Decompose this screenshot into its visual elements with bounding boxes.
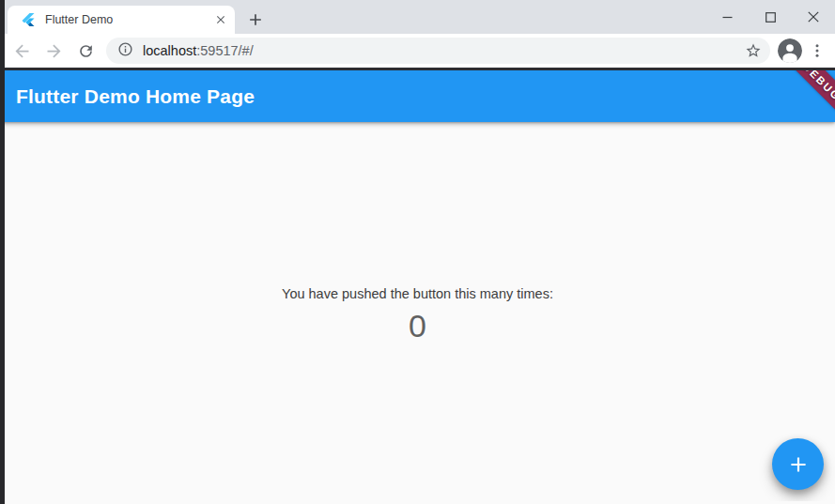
flutter-favicon-icon <box>21 12 36 27</box>
url-text[interactable]: localhost:59517/#/ <box>143 43 254 58</box>
window-minimize-button[interactable] <box>705 0 749 34</box>
profile-avatar-icon <box>778 38 802 63</box>
browser-tab-flutter-demo[interactable]: Flutter Demo <box>8 6 235 34</box>
window-close-button[interactable] <box>792 0 835 34</box>
forward-button[interactable] <box>39 36 69 66</box>
back-button[interactable] <box>7 36 37 66</box>
bookmark-star-icon[interactable] <box>740 38 766 64</box>
plus-icon <box>786 452 811 477</box>
address-bar[interactable]: localhost:59517/#/ <box>106 38 770 64</box>
refresh-icon <box>77 42 95 60</box>
window-maximize-button[interactable] <box>749 0 792 34</box>
window-edge-strip <box>0 0 5 504</box>
profile-avatar-button[interactable] <box>775 36 805 66</box>
window-controls <box>705 0 835 34</box>
flutter-appbar: Flutter Demo Home Page <box>0 70 835 122</box>
url-host: localhost <box>143 43 196 58</box>
page-content: Flutter Demo Home Page DEBUG You have pu… <box>0 68 835 501</box>
increment-fab-button[interactable] <box>772 438 824 490</box>
url-path: :59517/#/ <box>196 43 253 58</box>
counter-section: You have pushed the button this many tim… <box>0 286 835 342</box>
counter-message: You have pushed the button this many tim… <box>0 286 835 301</box>
arrow-right-icon <box>44 41 64 61</box>
page-title: Flutter Demo Home Page <box>16 85 255 108</box>
tab-title: Flutter Demo <box>45 13 212 26</box>
browser-menu-button[interactable] <box>805 36 829 66</box>
three-dot-menu-icon <box>809 42 826 59</box>
counter-value: 0 <box>0 310 835 342</box>
browser-titlebar: Flutter Demo <box>0 0 835 34</box>
tab-close-icon[interactable] <box>212 11 229 28</box>
refresh-button[interactable] <box>70 36 101 66</box>
browser-toolbar: localhost:59517/#/ <box>0 34 835 68</box>
site-info-icon[interactable] <box>117 41 133 61</box>
arrow-left-icon <box>12 41 32 61</box>
new-tab-button[interactable] <box>242 7 269 33</box>
